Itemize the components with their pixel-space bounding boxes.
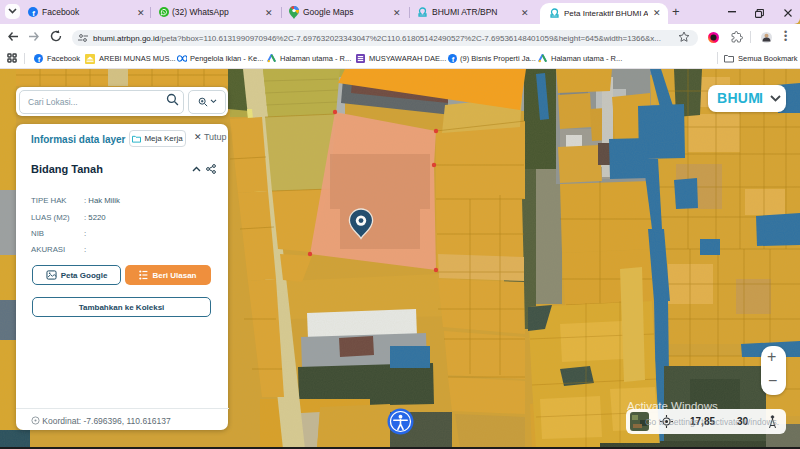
svg-text:f: f — [32, 9, 35, 17]
